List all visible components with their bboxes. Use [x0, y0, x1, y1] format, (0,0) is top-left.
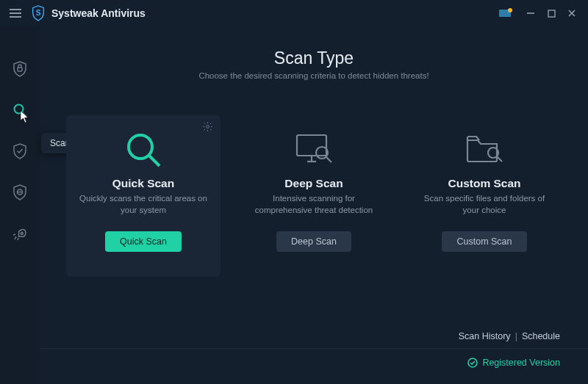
- minimize-icon: [526, 9, 535, 18]
- svg-point-16: [207, 126, 209, 128]
- svg-rect-10: [18, 68, 22, 71]
- deep-scan-title: Deep Scan: [284, 177, 343, 190]
- svg-rect-7: [548, 10, 555, 17]
- page-subtitle: Choose the desired scanning criteria to …: [66, 71, 562, 80]
- quick-scan-title: Quick Scan: [112, 177, 174, 190]
- quick-scan-desc: Quickly scans the critical areas on your…: [79, 193, 207, 218]
- deep-scan-desc: Intensive scanning for comprehensive thr…: [250, 193, 378, 218]
- svg-point-5: [508, 8, 512, 12]
- registration-status: Registered Version: [467, 358, 560, 368]
- sidebar-item-scan-types[interactable]: [10, 100, 30, 120]
- scan-history-link[interactable]: Scan History: [459, 331, 511, 341]
- quick-scan-settings-button[interactable]: [202, 121, 213, 135]
- svg-point-15: [21, 232, 24, 235]
- schedule-link[interactable]: Schedule: [522, 331, 560, 341]
- shield-e-icon: [12, 184, 27, 200]
- deep-scan-button[interactable]: Deep Scan: [276, 231, 351, 252]
- svg-line-25: [498, 157, 503, 162]
- quick-scan-icon: [121, 127, 166, 173]
- custom-scan-button[interactable]: Custom Scan: [442, 231, 526, 252]
- shield-logo-icon: S: [31, 5, 46, 21]
- custom-scan-icon: [462, 127, 507, 173]
- footer-links: Scan History | Schedule: [459, 331, 560, 341]
- minimize-button[interactable]: [520, 3, 541, 23]
- app-logo: S Systweak Antivirus: [31, 5, 146, 21]
- shield-lock-icon: [12, 61, 27, 77]
- registration-label: Registered Version: [482, 358, 560, 368]
- card-deep-scan[interactable]: Deep Scan Intensive scanning for compreh…: [237, 115, 391, 277]
- app-title: Systweak Antivirus: [51, 7, 146, 19]
- svg-rect-19: [297, 135, 326, 156]
- svg-line-18: [149, 156, 159, 166]
- sidebar-item-web[interactable]: [10, 182, 30, 203]
- custom-scan-title: Custom Scan: [448, 177, 520, 190]
- menu-button[interactable]: [3, 0, 28, 26]
- quick-scan-button[interactable]: Quick Scan: [105, 231, 182, 252]
- magnifier-icon: [123, 129, 164, 170]
- card-quick-scan[interactable]: Quick Scan Quickly scans the critical ar…: [66, 115, 220, 277]
- sidebar-item-status[interactable]: [10, 59, 30, 79]
- maximize-icon: [548, 10, 556, 18]
- check-circle-icon: [467, 358, 478, 368]
- monitor-search-icon: [294, 132, 334, 167]
- sidebar: Scan Types: [0, 26, 40, 384]
- titlebar: S Systweak Antivirus: [0, 0, 588, 26]
- shield-check-icon: [12, 143, 27, 159]
- separator: |: [515, 331, 517, 341]
- gear-icon: [202, 121, 213, 132]
- close-button[interactable]: [562, 3, 582, 23]
- body: Scan Types Scan Type Choose the desired …: [0, 26, 588, 384]
- svg-line-23: [326, 157, 331, 162]
- sidebar-item-boost[interactable]: [10, 223, 30, 244]
- footer-divider: [40, 348, 588, 349]
- sidebar-item-protection[interactable]: [10, 141, 30, 162]
- scan-cards-row: Quick Scan Quickly scans the critical ar…: [66, 115, 562, 277]
- svg-point-17: [129, 135, 152, 159]
- app-window: S Systweak Antivirus: [0, 0, 588, 384]
- hamburger-icon: [9, 8, 22, 18]
- rocket-icon: [12, 226, 27, 241]
- svg-text:S: S: [36, 9, 41, 17]
- maximize-button[interactable]: [541, 3, 562, 23]
- premium-badge-icon[interactable]: [498, 8, 514, 18]
- deep-scan-icon: [291, 127, 337, 173]
- custom-scan-desc: Scan specific files and folders of your …: [420, 193, 548, 218]
- main-content: Scan Type Choose the desired scanning cr…: [40, 26, 588, 384]
- close-icon: [567, 9, 576, 18]
- folder-search-icon: [465, 133, 504, 167]
- card-custom-scan[interactable]: Custom Scan Scan specific files and fold…: [407, 115, 562, 277]
- cursor-icon: [20, 110, 30, 123]
- page-title: Scan Type: [66, 48, 562, 68]
